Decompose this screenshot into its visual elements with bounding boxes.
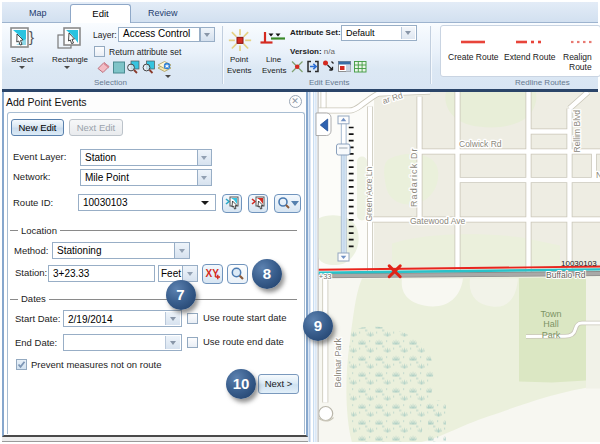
svg-text:Gatewood Ave: Gatewood Ave [410,215,465,225]
svg-text:N: N [596,169,600,179]
svg-text:Colwick Rd: Colwick Rd [459,138,502,148]
svg-text:Rellim Blvd: Rellim Blvd [572,109,582,152]
svg-text:Park: Park [542,329,561,339]
svg-text:Radarick Dr: Radarick Dr [409,147,419,207]
svg-text:Buffalo Rd: Buffalo Rd [546,269,586,279]
svg-text:10030103: 10030103 [561,258,597,267]
svg-text:Green Acre Ln: Green Acre Ln [364,166,374,221]
svg-text:Belmar Park: Belmar Park [333,337,343,387]
svg-text:Town: Town [540,308,561,318]
svg-text:+33: +33 [319,271,332,280]
svg-text:Hall: Hall [543,319,559,329]
